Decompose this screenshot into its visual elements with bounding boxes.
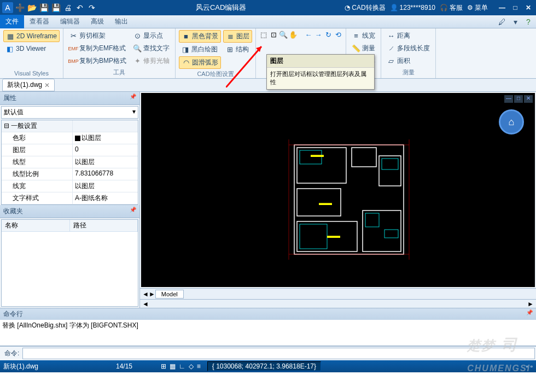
canvas-max-icon[interactable]: □: [514, 95, 523, 103]
bmp-button[interactable]: BMP复制为BMP格式: [67, 55, 129, 67]
tooltip-body: 打开图层对话框以管理图层列表及属性: [267, 68, 374, 89]
prop-val[interactable]: 以图层: [73, 180, 138, 192]
horizontal-scrollbar[interactable]: ◄►: [140, 299, 536, 308]
prop-val[interactable]: 以图层: [73, 156, 138, 168]
menu-output[interactable]: 输出: [109, 15, 133, 28]
ruler-icon: 📏: [352, 44, 360, 53]
section-general[interactable]: ⊟ 一般设置: [2, 120, 73, 132]
pin-icon[interactable]: 📌: [130, 93, 136, 103]
view-compass[interactable]: ⌂: [499, 109, 524, 134]
help-icon[interactable]: ?: [523, 16, 534, 27]
model-tab[interactable]: Model: [155, 290, 184, 299]
menu-editor[interactable]: 编辑器: [55, 15, 85, 28]
zoom-extents-icon[interactable]: ⊡: [269, 30, 278, 39]
chevron-down-icon: ▾: [132, 108, 136, 117]
undo-icon[interactable]: ↶: [74, 2, 85, 13]
structure-button[interactable]: ⊞结构: [223, 44, 252, 55]
pin-icon[interactable]: 📌: [130, 207, 136, 216]
close-button[interactable]: ✕: [523, 3, 534, 13]
fav-col-name[interactable]: 名称: [2, 220, 70, 231]
fav-col-path[interactable]: 路径: [70, 220, 138, 231]
refresh-icon[interactable]: ↻: [324, 30, 333, 39]
canvas-min-icon[interactable]: —: [504, 95, 513, 103]
zoom-window-icon[interactable]: ⬚: [259, 30, 268, 39]
layer-button[interactable]: ≣图层: [223, 30, 252, 43]
file-tab[interactable]: 新块(1).dwg✕: [2, 79, 55, 91]
redraw-icon[interactable]: ⟲: [334, 30, 342, 39]
save-icon[interactable]: 💾: [38, 2, 49, 13]
close-tab-icon[interactable]: ✕: [44, 81, 50, 89]
prop-val[interactable]: A-图纸名称: [73, 192, 138, 204]
area-button[interactable]: ▱面积: [384, 55, 432, 67]
prop-name: 文字样式: [2, 192, 73, 204]
properties-combo[interactable]: 默认值▾: [1, 106, 138, 119]
wireframe-button[interactable]: ▦2D Wireframe: [3, 30, 60, 42]
toolbar-icon[interactable]: 🖊: [497, 16, 508, 27]
new-icon[interactable]: ➕: [14, 2, 25, 13]
canvas-close-icon[interactable]: ✕: [524, 95, 533, 103]
black-bg-button[interactable]: ■黑色背景: [179, 30, 221, 43]
bw-icon: ◨: [181, 45, 190, 54]
grid-icon[interactable]: ▦: [170, 362, 176, 370]
minimize-button[interactable]: —: [497, 3, 508, 13]
smooth-arc-button[interactable]: ◠圆滑弧形: [179, 56, 221, 69]
show-point-button[interactable]: ⊙显示点: [131, 30, 172, 42]
polyline-button[interactable]: ⟋多段线长度: [384, 43, 432, 54]
trim-icon: ✦: [133, 57, 142, 66]
lineweight-icon[interactable]: ≡: [197, 362, 201, 370]
menu-file[interactable]: 文件: [0, 15, 24, 28]
tab-prev-icon[interactable]: ◄: [142, 290, 149, 298]
app-icon: A: [2, 2, 13, 13]
status-icon[interactable]: ▫: [531, 362, 533, 370]
osnap-icon[interactable]: ◇: [189, 362, 194, 370]
snap-icon[interactable]: ⊞: [161, 362, 166, 370]
open-icon[interactable]: 📂: [26, 2, 37, 13]
dropdown-icon[interactable]: ▾: [510, 16, 521, 27]
viewer3d-button[interactable]: ◧3D Viewer: [3, 43, 60, 54]
arrow-right-icon[interactable]: →: [314, 30, 323, 39]
svg-rect-8: [382, 159, 398, 169]
ortho-icon[interactable]: ∟: [179, 362, 185, 370]
prop-name: 色彩: [2, 132, 73, 144]
prop-val[interactable]: 0: [73, 144, 138, 156]
titlebar: A ➕ 📂 💾 💾 🖨 ↶ ↷ 风云CAD编辑器 ◔CAD转换器 👤123***…: [0, 0, 536, 15]
drawing-canvas[interactable]: — □ ✕ ⌂: [141, 93, 535, 287]
bw-draw-button[interactable]: ◨黑白绘图: [179, 44, 221, 55]
saveas-icon[interactable]: 💾: [50, 2, 61, 13]
distance-button[interactable]: ↔距离: [384, 30, 432, 42]
converter-button[interactable]: ◔CAD转换器: [345, 3, 385, 13]
tooltip-title: 图层: [267, 55, 374, 68]
svg-rect-2: [352, 148, 376, 167]
crop-button[interactable]: ✂剪切框架: [67, 30, 129, 42]
command-input[interactable]: [22, 348, 535, 359]
search-icon: 🔍: [133, 44, 142, 53]
print-icon[interactable]: 🖨: [62, 2, 73, 13]
linewidth-button[interactable]: ≡线宽: [349, 30, 377, 42]
menu-viewer[interactable]: 查看器: [24, 15, 55, 28]
command-panel: 命令行📌 替换 [AllInOneBig.shx] 字体为 [BIGFONT.S…: [0, 308, 536, 360]
pin-icon[interactable]: 📌: [526, 309, 533, 319]
support-button[interactable]: 🎧客服: [440, 3, 463, 13]
prop-name: 线宽: [2, 180, 73, 192]
menu-button[interactable]: ⚙菜单: [467, 3, 488, 13]
trim-glow-button[interactable]: ✦修剪光轴: [131, 55, 172, 67]
user-label[interactable]: 👤123****8910: [390, 4, 435, 11]
arc-icon: ◠: [182, 58, 190, 67]
tab-next-icon[interactable]: ►: [149, 290, 155, 298]
arrow-left-icon[interactable]: ←: [304, 30, 313, 39]
linewidth-icon: ≡: [352, 32, 360, 40]
group-visual-styles: Visual Styles: [3, 69, 60, 77]
prop-name: 线型比例: [2, 168, 73, 180]
measure-hide-button[interactable]: 📏测量: [349, 43, 377, 54]
pan-icon[interactable]: ✋: [289, 30, 298, 39]
maximize-button[interactable]: □: [510, 3, 521, 13]
svg-rect-6: [363, 210, 401, 251]
zoom-icon[interactable]: 🔍: [279, 30, 288, 39]
find-text-button[interactable]: 🔍查找文字: [131, 43, 172, 54]
prop-val[interactable]: 7.831066778: [73, 168, 138, 180]
prop-val[interactable]: 以图层: [73, 132, 138, 144]
redo-icon[interactable]: ↷: [86, 2, 97, 13]
emf-button[interactable]: EMF复制为EMF格式: [67, 43, 129, 54]
point-icon: ⊙: [133, 32, 142, 40]
menu-advanced[interactable]: 高级: [85, 15, 109, 28]
